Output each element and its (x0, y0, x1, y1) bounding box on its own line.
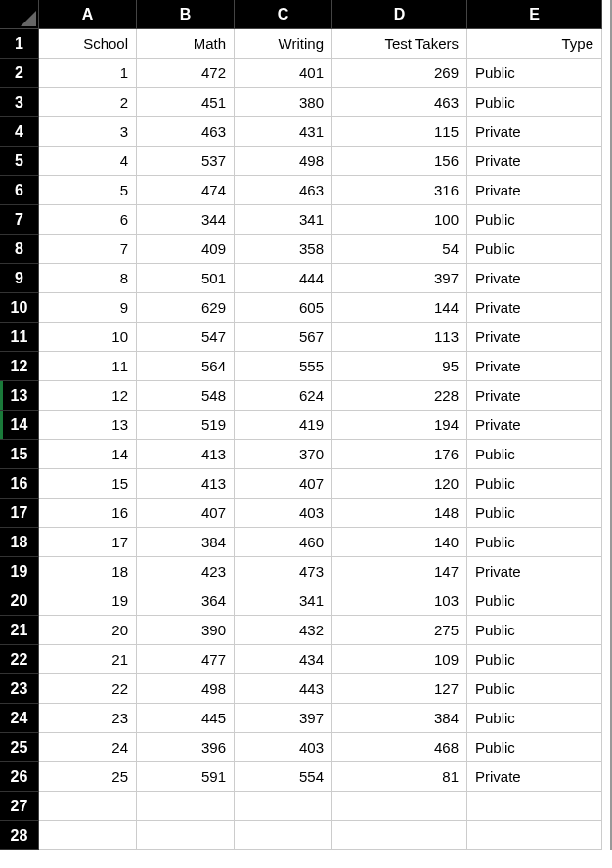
row-header-16[interactable]: 16 (0, 469, 39, 499)
cell-a2[interactable]: 1 (39, 59, 137, 88)
row-header-3[interactable]: 3 (0, 88, 39, 117)
select-all-corner[interactable] (0, 0, 39, 29)
cell-c15[interactable]: 370 (235, 440, 332, 469)
cell-d21[interactable]: 275 (332, 616, 467, 645)
cell-a12[interactable]: 11 (39, 352, 137, 381)
cell-b14[interactable]: 519 (137, 411, 235, 440)
cell-c12[interactable]: 555 (235, 352, 332, 381)
cell-b8[interactable]: 409 (137, 235, 235, 264)
row-header-20[interactable]: 20 (0, 586, 39, 616)
cell-a6[interactable]: 5 (39, 176, 137, 205)
cell-a25[interactable]: 24 (39, 733, 137, 762)
row-header-14[interactable]: 14 (0, 411, 39, 440)
cell-c10[interactable]: 605 (235, 293, 332, 323)
cell-e3[interactable]: Public (467, 88, 602, 117)
row-header-25[interactable]: 25 (0, 733, 39, 762)
cell-e18[interactable]: Public (467, 528, 602, 557)
cell-d24[interactable]: 384 (332, 704, 467, 733)
cell-e9[interactable]: Private (467, 264, 602, 293)
cell-b7[interactable]: 344 (137, 205, 235, 235)
cell-d18[interactable]: 140 (332, 528, 467, 557)
cell-a23[interactable]: 22 (39, 674, 137, 704)
cell-b9[interactable]: 501 (137, 264, 235, 293)
cell-a4[interactable]: 3 (39, 117, 137, 147)
row-header-6[interactable]: 6 (0, 176, 39, 205)
cell-b11[interactable]: 547 (137, 323, 235, 352)
cell-d3[interactable]: 463 (332, 88, 467, 117)
row-header-1[interactable]: 1 (0, 29, 39, 59)
cell-e2[interactable]: Public (467, 59, 602, 88)
cell-c8[interactable]: 358 (235, 235, 332, 264)
cell-e16[interactable]: Public (467, 469, 602, 499)
cell-e25[interactable]: Public (467, 733, 602, 762)
column-header-e[interactable]: E (467, 0, 602, 29)
cell-d26[interactable]: 81 (332, 762, 467, 792)
cell-c18[interactable]: 460 (235, 528, 332, 557)
cell-b1[interactable]: Math (137, 29, 235, 59)
cell-b21[interactable]: 390 (137, 616, 235, 645)
cell-b3[interactable]: 451 (137, 88, 235, 117)
cell-b5[interactable]: 537 (137, 147, 235, 176)
cell-a24[interactable]: 23 (39, 704, 137, 733)
cell-a3[interactable]: 2 (39, 88, 137, 117)
cell-e20[interactable]: Public (467, 586, 602, 616)
cell-e4[interactable]: Private (467, 117, 602, 147)
cell-e22[interactable]: Public (467, 645, 602, 674)
column-header-d[interactable]: D (332, 0, 467, 29)
cell-a7[interactable]: 6 (39, 205, 137, 235)
cell-c28[interactable] (235, 821, 332, 850)
cell-c20[interactable]: 341 (235, 586, 332, 616)
cell-c7[interactable]: 341 (235, 205, 332, 235)
cell-e15[interactable]: Public (467, 440, 602, 469)
row-header-11[interactable]: 11 (0, 323, 39, 352)
cell-c27[interactable] (235, 792, 332, 821)
cell-a27[interactable] (39, 792, 137, 821)
cell-b28[interactable] (137, 821, 235, 850)
column-header-a[interactable]: A (39, 0, 137, 29)
cell-d15[interactable]: 176 (332, 440, 467, 469)
row-header-13[interactable]: 13 (0, 381, 39, 411)
cell-c19[interactable]: 473 (235, 557, 332, 586)
cell-a5[interactable]: 4 (39, 147, 137, 176)
cell-c13[interactable]: 624 (235, 381, 332, 411)
cell-b13[interactable]: 548 (137, 381, 235, 411)
cell-d2[interactable]: 269 (332, 59, 467, 88)
cell-d20[interactable]: 103 (332, 586, 467, 616)
cell-c3[interactable]: 380 (235, 88, 332, 117)
cell-c24[interactable]: 397 (235, 704, 332, 733)
cell-c22[interactable]: 434 (235, 645, 332, 674)
cell-a20[interactable]: 19 (39, 586, 137, 616)
cell-b6[interactable]: 474 (137, 176, 235, 205)
cell-b23[interactable]: 498 (137, 674, 235, 704)
cell-d23[interactable]: 127 (332, 674, 467, 704)
cell-b19[interactable]: 423 (137, 557, 235, 586)
cell-c17[interactable]: 403 (235, 499, 332, 528)
cell-b20[interactable]: 364 (137, 586, 235, 616)
row-header-10[interactable]: 10 (0, 293, 39, 323)
cell-e8[interactable]: Public (467, 235, 602, 264)
cell-d7[interactable]: 100 (332, 205, 467, 235)
cell-d6[interactable]: 316 (332, 176, 467, 205)
cell-d12[interactable]: 95 (332, 352, 467, 381)
cell-b16[interactable]: 413 (137, 469, 235, 499)
cell-d19[interactable]: 147 (332, 557, 467, 586)
cell-b17[interactable]: 407 (137, 499, 235, 528)
cell-a16[interactable]: 15 (39, 469, 137, 499)
cell-b12[interactable]: 564 (137, 352, 235, 381)
cell-c6[interactable]: 463 (235, 176, 332, 205)
cell-b10[interactable]: 629 (137, 293, 235, 323)
cell-d22[interactable]: 109 (332, 645, 467, 674)
cell-b4[interactable]: 463 (137, 117, 235, 147)
cell-c14[interactable]: 419 (235, 411, 332, 440)
cell-e27[interactable] (467, 792, 602, 821)
row-header-27[interactable]: 27 (0, 792, 39, 821)
row-header-15[interactable]: 15 (0, 440, 39, 469)
cell-d16[interactable]: 120 (332, 469, 467, 499)
cell-b26[interactable]: 591 (137, 762, 235, 792)
cell-a10[interactable]: 9 (39, 293, 137, 323)
cell-a13[interactable]: 12 (39, 381, 137, 411)
cell-c26[interactable]: 554 (235, 762, 332, 792)
row-header-19[interactable]: 19 (0, 557, 39, 586)
cell-e23[interactable]: Public (467, 674, 602, 704)
row-header-8[interactable]: 8 (0, 235, 39, 264)
